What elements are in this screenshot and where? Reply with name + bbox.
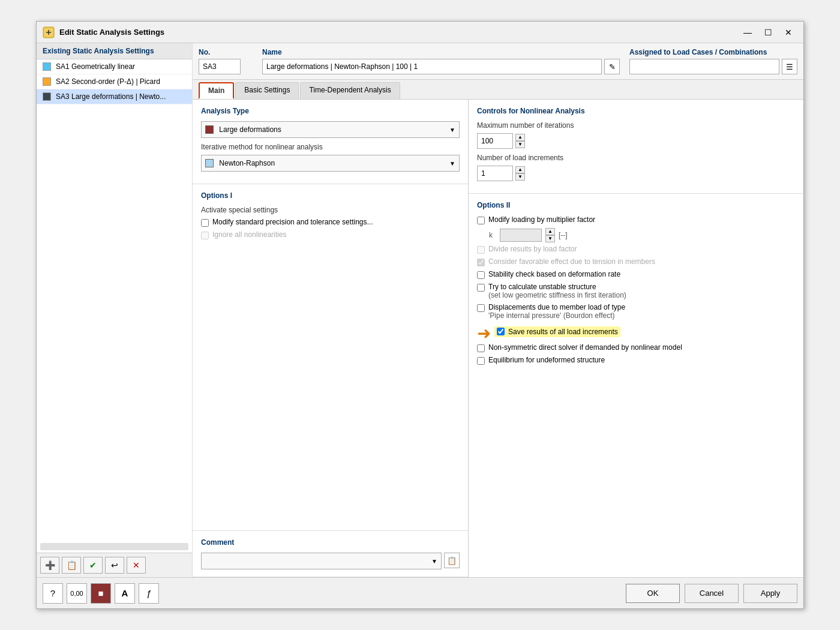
non-symmetric-checkbox[interactable]: [477, 344, 485, 352]
tab-basic-settings[interactable]: Basic Settings: [235, 82, 299, 99]
ok-button[interactable]: OK: [626, 584, 680, 603]
assigned-group: Assigned to Load Cases / Combinations ☰: [629, 48, 797, 74]
favorable-row: Consider favorable effect due to tension…: [477, 257, 795, 266]
sidebar-copy-button[interactable]: 📋: [62, 557, 81, 574]
chevron-down-icon: ▼: [449, 127, 455, 133]
modify-loading-label: Modify loading by multiplier factor: [488, 215, 595, 224]
apply-button[interactable]: Apply: [743, 584, 797, 603]
modifier-k-input[interactable]: [500, 229, 542, 242]
divide-results-checkbox[interactable]: [477, 246, 485, 254]
title-bar-controls: — ☐ ✕: [739, 25, 797, 40]
iterative-dropdown[interactable]: Newton-Raphson ▼: [201, 155, 460, 172]
no-input[interactable]: [199, 59, 241, 74]
cancel-button[interactable]: Cancel: [685, 584, 739, 603]
sa1-color: [43, 62, 51, 71]
save-results-checkbox[interactable]: [497, 328, 505, 335]
assigned-input[interactable]: [629, 59, 779, 74]
main-window: Edit Static Analysis Settings — ☐ ✕ Exis…: [36, 21, 804, 609]
text-button[interactable]: A: [115, 583, 135, 604]
num-increments-up-button[interactable]: ▲: [515, 166, 525, 173]
iterative-value: Newton-Raphson: [205, 159, 275, 168]
stability-check-checkbox[interactable]: [477, 271, 485, 279]
sidebar-add-button[interactable]: ➕: [40, 557, 59, 574]
modify-precision-checkbox[interactable]: [201, 219, 209, 227]
equilibrium-label: Equilibrium for undeformed structure: [488, 356, 605, 364]
ignore-nonlinearities-label: Ignore all nonlinearities: [212, 230, 286, 239]
ignore-nonlinearities-checkbox[interactable]: [201, 232, 209, 239]
analysis-type-value: Large deformations: [205, 125, 281, 134]
sidebar-item-sa1[interactable]: SA1 Geometrically linear: [37, 59, 192, 74]
modifier-unit: [--]: [559, 231, 568, 239]
sa1-label: SA1 Geometrically linear: [56, 62, 135, 71]
equilibrium-row: Equilibrium for undeformed structure: [477, 356, 795, 365]
calc-unstable-checkbox[interactable]: [477, 284, 485, 292]
num-increments-down-button[interactable]: ▼: [515, 173, 525, 181]
tabs-bar: Main Basic Settings Time-Dependent Analy…: [193, 80, 803, 100]
modifier-k-label: k: [489, 231, 496, 239]
modifier-k-down-button[interactable]: ▼: [545, 235, 555, 242]
tab-content: Analysis Type Large deformations ▼ Itera…: [193, 100, 803, 577]
calc-unstable-label: Try to calculate unstable structure(set …: [488, 283, 626, 299]
divide-results-row: Divide results by load factor: [477, 245, 795, 254]
units-button[interactable]: 0,00: [67, 583, 87, 604]
equilibrium-checkbox[interactable]: [477, 357, 485, 365]
sidebar-check-button[interactable]: ✔: [83, 557, 103, 574]
sidebar-delete-button[interactable]: ✕: [127, 557, 146, 574]
save-results-row: Save results of all load increments: [494, 326, 620, 337]
sidebar-item-sa2[interactable]: SA2 Second-order (P-Δ) | Picard: [37, 74, 192, 89]
favorable-checkbox[interactable]: [477, 259, 485, 266]
num-increments-spinner: ▲ ▼: [515, 166, 525, 181]
modifier-k-up-button[interactable]: ▲: [545, 228, 555, 235]
max-iter-down-button[interactable]: ▼: [515, 141, 525, 148]
modify-loading-row: Modify loading by multiplier factor: [477, 215, 795, 224]
tab-time-dependent[interactable]: Time-Dependent Analysis: [300, 82, 400, 99]
num-increments-value: 1: [477, 166, 513, 181]
iterative-label: Iterative method for nonlinear analysis: [201, 143, 460, 151]
color-button[interactable]: ■: [91, 583, 111, 604]
close-button[interactable]: ✕: [779, 25, 797, 40]
controls-block: Controls for Nonlinear Analysis Maximum …: [469, 100, 803, 194]
comment-dropdown[interactable]: ▼: [201, 553, 442, 569]
analysis-type-dropdown[interactable]: Large deformations ▼: [201, 121, 460, 138]
minimize-button[interactable]: —: [739, 25, 757, 40]
max-iter-label: Maximum number of iterations: [477, 121, 795, 130]
assigned-list-button[interactable]: ☰: [782, 59, 797, 74]
stability-check-label: Stability check based on deformation rat…: [488, 270, 620, 278]
bottom-bar: ? 0,00 ■ A ƒ OK Cancel Apply: [37, 577, 803, 608]
assigned-input-row: ☰: [629, 59, 797, 74]
comment-copy-button[interactable]: 📋: [444, 553, 460, 568]
edit-name-button[interactable]: ✎: [604, 59, 620, 74]
maximize-button[interactable]: ☐: [759, 25, 777, 40]
sa3-color: [43, 92, 51, 101]
right-panel: No. Name ✎ Assigned to Load Cases / Comb…: [193, 43, 803, 577]
num-increments-label: Number of load increments: [477, 154, 795, 162]
sidebar-item-sa3[interactable]: SA3 Large deformations | Newto...: [37, 89, 192, 104]
iterative-dropdown-row: Newton-Raphson ▼: [201, 155, 460, 172]
tab-main[interactable]: Main: [199, 82, 234, 99]
non-symmetric-row: Non-symmetric direct solver if demanded …: [477, 343, 795, 352]
name-label: Name: [262, 48, 620, 56]
options1-title: Options I: [201, 191, 460, 200]
top-row: No. Name ✎ Assigned to Load Cases / Comb…: [193, 43, 803, 80]
formula-button[interactable]: ƒ: [139, 583, 159, 604]
modify-loading-checkbox[interactable]: [477, 217, 485, 224]
max-iter-up-button[interactable]: ▲: [515, 134, 525, 141]
analysis-type-color: [205, 125, 214, 134]
assigned-label: Assigned to Load Cases / Combinations: [629, 48, 797, 56]
sidebar-toolbar: ➕ 📋 ✔ ↩ ✕: [37, 553, 192, 577]
analysis-type-block: Analysis Type Large deformations ▼ Itera…: [193, 100, 468, 184]
no-label: No.: [199, 48, 253, 56]
help-button[interactable]: ?: [43, 583, 63, 604]
sidebar-renumber-button[interactable]: ↩: [105, 557, 124, 574]
no-group: No.: [199, 48, 253, 74]
displacements-checkbox[interactable]: [477, 304, 485, 312]
right-section: Controls for Nonlinear Analysis Maximum …: [469, 100, 803, 577]
options2-title: Options II: [477, 201, 795, 209]
comment-chevron-icon: ▼: [431, 558, 437, 565]
bottom-dialog-buttons: OK Cancel Apply: [626, 584, 797, 603]
non-symmetric-label: Non-symmetric direct solver if demanded …: [488, 343, 682, 352]
title-bar: Edit Static Analysis Settings — ☐ ✕: [37, 22, 803, 43]
name-input[interactable]: [262, 59, 602, 74]
sidebar-scrollbar[interactable]: [40, 543, 188, 550]
title-bar-left: Edit Static Analysis Settings: [43, 26, 164, 38]
